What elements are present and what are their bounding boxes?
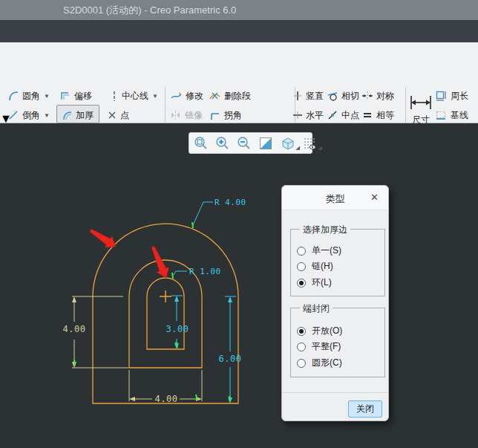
radio-option-round[interactable]: 圆形(C) bbox=[297, 357, 342, 369]
radio-option-open[interactable]: 开放(O) bbox=[297, 325, 342, 337]
centerline-button[interactable]: 中心线▼ bbox=[110, 88, 158, 104]
title-bar: S2D0001 (活动的) - Creo Parametric 6.0 bbox=[0, 0, 478, 20]
horizontal-constraint-icon bbox=[292, 109, 303, 121]
inner-arch-outline[interactable] bbox=[147, 278, 184, 349]
zoom-out-icon bbox=[237, 136, 252, 151]
fillet-button[interactable]: 圆角▼ bbox=[7, 88, 50, 104]
zoom-out-button[interactable] bbox=[237, 135, 252, 151]
chevron-down-icon[interactable]: ◢ bbox=[318, 145, 322, 151]
delete-segment-icon bbox=[209, 90, 221, 102]
arrowhead bbox=[72, 296, 76, 302]
sketch-canvas[interactable]: 4.00 4.00 3.00 6.00 R 4.00 R 1.00 bbox=[0, 123, 478, 448]
dim-inner-height[interactable]: 3.00 bbox=[166, 324, 189, 334]
constraint-equal-button[interactable]: 相等 bbox=[361, 107, 394, 123]
thicken-button[interactable]: 加厚 bbox=[61, 107, 94, 123]
dim-middle-side-height[interactable]: 4.00 bbox=[63, 324, 86, 334]
tangent-constraint-icon bbox=[327, 90, 338, 102]
arrowhead bbox=[129, 397, 135, 401]
centerline-icon bbox=[110, 90, 119, 102]
dim-outer-height[interactable]: 6.00 bbox=[219, 354, 242, 364]
baseline-button[interactable]: 基线 bbox=[435, 107, 468, 123]
radio-option-loop[interactable]: 环(L) bbox=[297, 276, 332, 289]
radio-icon[interactable] bbox=[297, 359, 306, 368]
close-icon[interactable]: ✕ bbox=[370, 192, 379, 203]
radio-icon[interactable] bbox=[297, 262, 306, 271]
corner-button[interactable]: 拐角 bbox=[209, 107, 242, 123]
dim-inner-radius[interactable]: R 1.00 bbox=[189, 267, 221, 276]
modify-icon bbox=[170, 90, 183, 102]
corner-icon bbox=[209, 109, 221, 121]
annotation-arrow-outer bbox=[90, 229, 116, 247]
sketch-display-button[interactable]: ◢ bbox=[302, 135, 318, 151]
chamfer-icon bbox=[7, 109, 19, 121]
constraint-tangent-button[interactable]: 相切 bbox=[327, 88, 359, 104]
radio-icon[interactable] bbox=[297, 327, 306, 336]
constraint-vertical-button[interactable]: 竖直 bbox=[292, 88, 324, 104]
repaint-button[interactable] bbox=[258, 135, 273, 151]
zoom-in-button[interactable] bbox=[215, 135, 230, 151]
chevron-down-icon[interactable]: ▼ bbox=[44, 112, 50, 119]
radio-icon[interactable] bbox=[297, 247, 306, 256]
outer-height-dim-line bbox=[225, 296, 236, 397]
view-toolbar: ◢ ◢ bbox=[189, 132, 312, 154]
dim-middle-width[interactable]: 4.00 bbox=[155, 394, 178, 404]
outer-radius-leader bbox=[193, 202, 213, 225]
constraint-tick bbox=[172, 273, 173, 279]
dialog-separator bbox=[282, 392, 388, 393]
radio-option-flat[interactable]: 平整(F) bbox=[297, 340, 341, 353]
constraint-tick bbox=[74, 360, 75, 366]
arrowhead bbox=[228, 296, 232, 302]
zoom-in-icon bbox=[215, 136, 230, 151]
midpoint-constraint-icon bbox=[327, 109, 338, 121]
point-button[interactable]: 点 bbox=[107, 107, 129, 123]
outer-arch-outline[interactable] bbox=[93, 224, 238, 403]
delete-segment-button[interactable]: 删除段 bbox=[209, 88, 251, 104]
radio-icon[interactable] bbox=[297, 279, 306, 288]
point-icon bbox=[107, 110, 117, 120]
creo-parametric-window: S2D0001 (活动的) - Creo Parametric 6.0 圆角▼ … bbox=[0, 0, 478, 448]
modify-button[interactable]: 修改 bbox=[170, 88, 203, 104]
chevron-down-icon[interactable]: ▼ bbox=[44, 93, 50, 100]
type-dialog: 类型 ✕ 选择加厚边 单一(S) 链(H) 环(L) 端封闭 开放(O) bbox=[281, 185, 389, 421]
symmetric-constraint-icon bbox=[361, 90, 373, 102]
dimension-icon bbox=[409, 94, 433, 111]
group-label: 端封闭 bbox=[300, 302, 333, 315]
equal-constraint-icon bbox=[361, 109, 373, 121]
chamfer-button[interactable]: 倒角▼ bbox=[7, 107, 50, 123]
thicken-icon bbox=[61, 109, 73, 121]
inner-height-dim-line bbox=[171, 296, 183, 343]
group-label: 选择加厚边 bbox=[300, 224, 350, 236]
mirror-icon bbox=[169, 109, 182, 121]
perimeter-icon bbox=[435, 90, 448, 102]
constraint-midpoint-button[interactable]: 中点 bbox=[327, 107, 359, 123]
sketch-display-grid-icon bbox=[302, 136, 318, 151]
offset-button[interactable]: 偏移 bbox=[59, 88, 92, 104]
display-style-button[interactable]: ◢ bbox=[280, 135, 295, 151]
mirror-button[interactable]: 镜像 bbox=[169, 107, 203, 123]
menu-strip bbox=[0, 20, 478, 42]
zoom-fit-icon bbox=[194, 136, 209, 151]
chevron-down-icon[interactable]: ▼ bbox=[152, 93, 158, 100]
offset-icon bbox=[59, 90, 71, 102]
constraint-tick bbox=[192, 222, 193, 228]
zoom-fit-button[interactable] bbox=[194, 135, 209, 151]
end-closure-group: 端封闭 开放(O) 平整(F) 圆形(C) bbox=[290, 308, 385, 377]
window-title: S2D0001 (活动的) - Creo Parametric 6.0 bbox=[63, 4, 236, 17]
dim-outer-radius[interactable]: R 4.00 bbox=[215, 198, 246, 207]
baseline-icon bbox=[435, 109, 448, 121]
vertical-constraint-icon bbox=[292, 90, 303, 102]
constraint-symmetric-button[interactable]: 对称 bbox=[361, 88, 394, 104]
fillet-icon bbox=[7, 90, 19, 102]
ribbon: 圆角▼ 偏移 中心线▼ ▼ 倒角▼ 加厚 点 A 文本 选项板 bbox=[0, 42, 478, 123]
radio-option-single[interactable]: 单一(S) bbox=[297, 244, 341, 257]
chevron-down-icon[interactable]: ◢ bbox=[296, 145, 300, 151]
dialog-title-bar[interactable]: 类型 ✕ bbox=[282, 186, 388, 210]
constraint-horizontal-button[interactable]: 水平 bbox=[292, 107, 324, 123]
display-style-cube-icon bbox=[280, 136, 295, 151]
inner-radius-leader bbox=[173, 271, 187, 276]
close-button[interactable]: 关闭 bbox=[348, 400, 382, 418]
perimeter-button[interactable]: 周长 bbox=[435, 88, 468, 104]
radio-option-chain[interactable]: 链(H) bbox=[297, 260, 333, 273]
radio-icon[interactable] bbox=[297, 343, 306, 351]
center-cross-marker bbox=[160, 290, 171, 302]
